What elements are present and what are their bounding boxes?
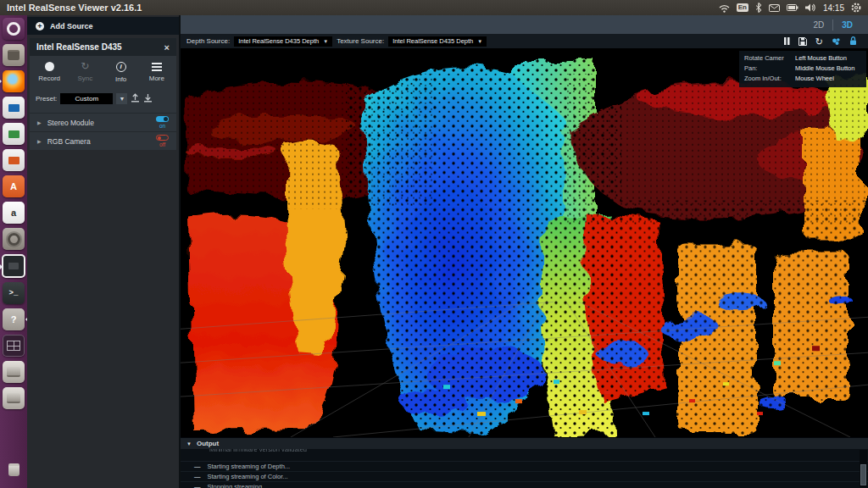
- preset-dropdown-icon[interactable]: ▼: [116, 93, 127, 104]
- record-button[interactable]: Record: [31, 62, 67, 83]
- launcher-disk-drive-icon[interactable]: [3, 361, 25, 383]
- device-actions: Record ↻ Sync i Info More: [30, 56, 176, 87]
- launcher-ubuntu-software-icon[interactable]: A: [3, 175, 25, 197]
- upload-preset-icon[interactable]: [131, 91, 140, 106]
- record-icon: [45, 62, 54, 71]
- scrollbar-thumb[interactable]: [860, 464, 866, 485]
- launcher-disk-drive-2-icon[interactable]: [3, 387, 25, 409]
- bluetooth-icon[interactable]: [755, 3, 762, 13]
- launcher-amazon-icon[interactable]: a: [3, 202, 25, 224]
- log-dash-icon: —: [194, 483, 201, 488]
- system-tray: En 14:15: [719, 3, 861, 13]
- add-source-label: Add Source: [50, 22, 93, 30]
- texture-source-label: Texture Source:: [337, 37, 384, 45]
- unity-launcher: A a >_ ?: [0, 15, 27, 488]
- 3d-viewport[interactable]: Rotate CamerLeft Mouse Button Pan:Middle…: [181, 48, 868, 437]
- launcher-trash-icon[interactable]: [3, 458, 25, 480]
- launcher-workspace-switcher-icon[interactable]: [3, 335, 25, 357]
- log-row[interactable]: — Starting streaming of Color...: [181, 472, 868, 482]
- pause-icon[interactable]: [784, 37, 790, 45]
- output-header[interactable]: ▼ Output: [181, 438, 868, 449]
- launcher-terminal-icon[interactable]: >_: [3, 282, 25, 304]
- battery-icon[interactable]: [787, 4, 798, 11]
- preset-row: Preset: Custom ▼: [30, 87, 176, 113]
- desktop-body: A a >_ ? + Add Source Intel RealSense D4…: [0, 15, 868, 488]
- launcher-realsense-viewer-icon[interactable]: [2, 254, 25, 278]
- toggle-off-icon: [156, 135, 169, 141]
- clock[interactable]: 14:15: [823, 3, 844, 13]
- view-mode-strip: 2D 3D: [181, 15, 868, 34]
- device-title: Intel RealSense D435: [36, 42, 122, 52]
- stereo-module-row[interactable]: ▶ Stereo Module on: [30, 113, 176, 131]
- output-title: Output: [197, 440, 219, 447]
- save-snapshot-icon[interactable]: [798, 37, 807, 46]
- system-top-bar: Intel RealSense Viewer v2.16.1 En 14:15: [0, 0, 868, 15]
- volume-icon[interactable]: [805, 3, 816, 12]
- viewer-area: 2D 3D Depth Source: Intel RealSense D435…: [181, 15, 868, 488]
- log-row[interactable]: — Starting streaming of Depth...: [181, 462, 868, 472]
- preset-select[interactable]: Custom: [60, 93, 113, 104]
- stereo-module-toggle[interactable]: on: [156, 116, 169, 129]
- wifi-icon[interactable]: [719, 3, 730, 13]
- app-side-panel: + Add Source Intel RealSense D435 × Reco…: [27, 15, 181, 488]
- chevron-down-icon: ▼: [323, 39, 328, 44]
- lock-icon[interactable]: [849, 36, 857, 46]
- collapse-icon[interactable]: ▼: [186, 441, 192, 446]
- expand-icon[interactable]: ▶: [37, 138, 42, 144]
- info-icon: i: [116, 62, 126, 72]
- log-row[interactable]: — Stopping streaming: [181, 482, 868, 488]
- screen: Intel RealSense Viewer v2.16.1 En 14:15: [0, 0, 868, 488]
- depth-source-select[interactable]: Intel RealSense D435 Depth ▼: [234, 36, 332, 47]
- rgb-camera-toggle[interactable]: off: [156, 135, 169, 147]
- refresh-icon[interactable]: ↻: [815, 37, 823, 46]
- texture-source-select[interactable]: Intel RealSense D435 Depth ▼: [388, 36, 487, 47]
- launcher-libreoffice-writer-icon[interactable]: [3, 97, 25, 119]
- chevron-down-icon: ▼: [477, 39, 482, 44]
- message-icon[interactable]: [769, 4, 780, 12]
- launcher-help-icon[interactable]: ?: [3, 308, 25, 330]
- log-dash-icon: —: [194, 473, 201, 480]
- preset-label: Preset:: [36, 95, 57, 103]
- launcher-libreoffice-calc-icon[interactable]: [3, 123, 25, 145]
- launcher-firefox-icon[interactable]: [3, 70, 25, 92]
- launcher-libreoffice-impress-icon[interactable]: [3, 149, 25, 171]
- mouse-help-overlay: Rotate CamerLeft Mouse Button Pan:Middle…: [739, 51, 866, 87]
- stream-source-bar: Depth Source: Intel RealSense D435 Depth…: [181, 34, 868, 48]
- rgb-camera-row[interactable]: ▶ RGB Camera off: [30, 131, 176, 150]
- depth-point-cloud: [181, 48, 868, 437]
- launcher-files-icon[interactable]: [3, 44, 25, 66]
- viewport-toolbar: ↻: [784, 36, 868, 46]
- device-panel-header: Intel RealSense D435 ×: [30, 38, 176, 56]
- output-spacer-row: [181, 454, 868, 462]
- toggle-on-icon: [156, 116, 169, 122]
- sync-button[interactable]: ↻ Sync: [67, 62, 103, 83]
- log-dash-icon: —: [194, 463, 201, 470]
- add-source-button[interactable]: + Add Source: [27, 17, 179, 35]
- plus-icon: +: [36, 22, 44, 30]
- launcher-system-settings-icon[interactable]: [3, 228, 25, 250]
- output-scrollbar[interactable]: [860, 450, 867, 487]
- session-gear-icon[interactable]: [851, 3, 861, 13]
- more-button[interactable]: More: [139, 62, 175, 83]
- depth-source-label: Depth Source:: [186, 37, 230, 45]
- tab-3d[interactable]: 3D: [833, 20, 861, 30]
- output-panel: ▼ Output Minimal firmware version valida…: [181, 437, 868, 488]
- keyboard-layout-indicator[interactable]: En: [737, 3, 748, 12]
- launcher-ubuntu-dash-icon[interactable]: [3, 18, 25, 40]
- download-preset-icon[interactable]: [143, 91, 153, 106]
- sync-icon: ↻: [81, 62, 89, 71]
- close-icon[interactable]: ×: [164, 42, 170, 53]
- info-button[interactable]: i Info: [103, 62, 139, 83]
- device-panel: Intel RealSense D435 × Record ↻ Sync i I…: [30, 38, 176, 150]
- expand-icon[interactable]: ▶: [37, 119, 42, 125]
- pointcloud-export-icon[interactable]: [832, 37, 841, 46]
- window-title: Intel RealSense Viewer v2.16.1: [7, 3, 142, 13]
- hamburger-icon: [152, 62, 162, 71]
- tab-2d[interactable]: 2D: [804, 20, 832, 30]
